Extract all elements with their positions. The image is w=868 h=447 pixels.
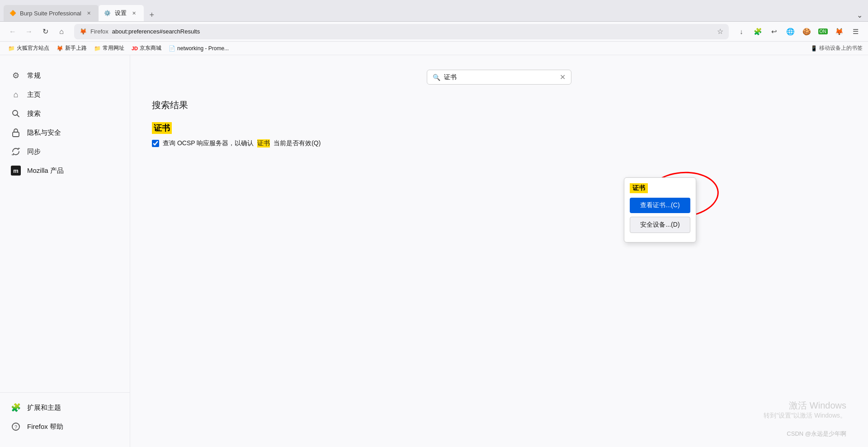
sync-icon <box>11 147 21 157</box>
bookmark-newbie-label: 新手上路 <box>65 44 87 52</box>
sidebar-item-privacy[interactable]: 隐私与安全 <box>0 123 130 142</box>
bookmarks-bar: 📁 火狐官方站点 🦊 新手上路 📁 常用网址 JD 京东商城 📄 network… <box>0 42 868 55</box>
bookmark-folder2-icon: 📁 <box>94 45 101 52</box>
menu-button[interactable]: ☰ <box>848 24 863 39</box>
cert-section: 证书 查询 OCSP 响应服务器，以确认 证书 当前是否有效(Q) <box>152 122 846 147</box>
tab-burp-close[interactable]: ✕ <box>85 9 93 17</box>
globe-button[interactable]: 🌐 <box>783 24 797 39</box>
sidebar-home-label: 主页 <box>27 90 41 99</box>
sidebar: ⚙ 常规 ⌂ 主页 搜索 <box>0 55 130 447</box>
address-bar[interactable]: 🦊 Firefox about:preferences#searchResult… <box>74 24 729 39</box>
bookmark-jd-label: 京东商城 <box>140 44 161 52</box>
view-cert-button[interactable]: 查看证书...(C) <box>630 198 690 213</box>
svg-rect-2 <box>13 132 19 137</box>
windows-watermark-line1: 激活 Windows <box>764 399 846 412</box>
bookmark-common-sites-label: 常用网址 <box>103 44 124 52</box>
extensions-icon: 🧩 <box>11 403 21 413</box>
new-tab-button[interactable]: + <box>146 9 158 21</box>
sidebar-bottom: 🧩 扩展和主题 ? Firefox 帮助 <box>0 392 130 436</box>
windows-watermark: 激活 Windows 转到"设置"以激活 Windows。 <box>764 399 846 420</box>
sidebar-privacy-label: 隐私与安全 <box>27 128 61 137</box>
sidebar-item-sync[interactable]: 同步 <box>0 142 130 161</box>
sidebar-search-label: 搜索 <box>27 109 41 118</box>
fox-button[interactable]: 🦊 <box>832 24 846 39</box>
tab-settings-close[interactable]: ✕ <box>130 9 138 17</box>
bookmark-networking-icon: 📄 <box>169 45 175 52</box>
home-icon: ⌂ <box>11 90 21 100</box>
sidebar-general-label: 常规 <box>27 71 41 80</box>
back2-button[interactable]: ↩ <box>767 24 781 39</box>
sidebar-sync-label: 同步 <box>27 147 41 156</box>
bookmark-firefox-official-label: 火狐官方站点 <box>17 44 49 52</box>
ocsp-highlight: 证书 <box>257 139 270 147</box>
download-button[interactable]: ↓ <box>734 24 749 39</box>
bookmark-firefox-official[interactable]: 📁 火狐官方站点 <box>5 43 52 53</box>
ocsp-checkbox[interactable] <box>152 140 159 147</box>
svg-line-1 <box>17 115 19 117</box>
bookmark-common-sites[interactable]: 📁 常用网址 <box>91 43 127 53</box>
ocsp-label-after: 当前是否有效(Q) <box>274 139 321 147</box>
bookmark-star-icon[interactable]: ☆ <box>717 27 723 36</box>
bookmark-networking-label: networking - Prome... <box>177 45 229 52</box>
sidebar-extensions-label: 扩展和主题 <box>27 404 61 412</box>
sidebar-mozilla-label: Mozilla 产品 <box>27 166 64 175</box>
bookmark-fox-icon: 🦊 <box>57 45 63 52</box>
tab-list-button[interactable]: ⌄ <box>855 9 864 21</box>
sidebar-item-home[interactable]: ⌂ 主页 <box>0 85 130 104</box>
search-area: 🔍 ✕ <box>152 70 846 85</box>
extension-button[interactable]: 🧩 <box>750 24 765 39</box>
sidebar-item-help[interactable]: ? Firefox 帮助 <box>0 417 130 436</box>
cert-panel-title: 证书 <box>630 183 648 193</box>
general-icon: ⚙ <box>11 71 21 81</box>
forward-button[interactable]: → <box>22 24 36 39</box>
home-button[interactable]: ⌂ <box>54 24 69 39</box>
sidebar-item-general[interactable]: ⚙ 常规 <box>0 66 130 85</box>
content-area: 🔍 ✕ 搜索结果 证书 查询 OCSP 响应服务器，以确认 证书 当前是否有效(… <box>130 55 868 447</box>
tab-settings[interactable]: ⚙️ 设置 ✕ <box>99 5 144 21</box>
tab-settings-label: 设置 <box>115 9 127 17</box>
ocsp-label-before: 查询 OCSP 响应服务器，以确认 <box>163 139 254 147</box>
search-box[interactable]: 🔍 ✕ <box>427 70 571 85</box>
cookie-button[interactable]: 🍪 <box>799 24 814 39</box>
bookmark-newbie[interactable]: 🦊 新手上路 <box>54 43 90 53</box>
sidebar-help-label: Firefox 帮助 <box>27 423 63 431</box>
search-results-title: 搜索结果 <box>152 99 846 111</box>
address-bar-firefox-icon: 🦊 <box>80 28 87 35</box>
mobile-bookmarks-icon: 📱 <box>811 45 817 52</box>
search-input[interactable] <box>444 74 556 81</box>
refresh-button[interactable]: ↻ <box>38 24 52 39</box>
address-bar-url: about:preferences#searchResults <box>112 28 713 35</box>
bookmark-jd[interactable]: JD 京东商城 <box>129 43 164 53</box>
windows-watermark-line2: 转到"设置"以激活 Windows。 <box>764 412 846 420</box>
toolbar: ← → ↻ ⌂ 🦊 Firefox about:preferences#sear… <box>0 22 868 42</box>
main-area: ⚙ 常规 ⌂ 主页 搜索 <box>0 55 868 447</box>
on-badge: ON <box>818 29 828 34</box>
cert-panel: 证书 查看证书...(C) 安全设备...(D) <box>624 177 696 243</box>
settings-favicon: ⚙️ <box>104 10 111 17</box>
security-devices-button[interactable]: 安全设备...(D) <box>630 217 690 233</box>
csdn-watermark: CSDN @永远是少年啊 <box>787 430 846 438</box>
sidebar-divider <box>0 180 130 392</box>
search-clear-button[interactable]: ✕ <box>560 73 566 81</box>
mozilla-icon: m <box>11 166 21 176</box>
svg-text:?: ? <box>14 424 17 430</box>
bookmark-jd-icon: JD <box>132 46 138 51</box>
mobile-bookmarks-label: 移动设备上的书签 <box>819 44 863 52</box>
search-icon: 🔍 <box>433 74 440 81</box>
ocsp-row: 查询 OCSP 响应服务器，以确认 证书 当前是否有效(Q) <box>152 139 846 147</box>
sidebar-item-mozilla[interactable]: m Mozilla 产品 <box>0 161 130 180</box>
help-icon: ? <box>11 422 21 432</box>
search-nav-icon <box>11 109 21 119</box>
sidebar-item-extensions[interactable]: 🧩 扩展和主题 <box>0 398 130 417</box>
sidebar-item-search[interactable]: 搜索 <box>0 104 130 123</box>
tab-bar: 🔶 Burp Suite Professional ✕ ⚙️ 设置 ✕ + ⌄ <box>0 0 868 22</box>
browser-window: 🔶 Burp Suite Professional ✕ ⚙️ 设置 ✕ + ⌄ … <box>0 0 868 447</box>
firefox-label: Firefox <box>90 28 108 35</box>
back-button[interactable]: ← <box>5 24 20 39</box>
bookmark-networking[interactable]: 📄 networking - Prome... <box>166 44 231 52</box>
tab-burp[interactable]: 🔶 Burp Suite Professional ✕ <box>4 5 99 21</box>
toolbar-actions: ↓ 🧩 ↩ 🌐 🍪 ON 🦊 ☰ <box>734 24 863 39</box>
green-badge-button[interactable]: ON <box>816 24 830 39</box>
bookmark-folder-icon: 📁 <box>8 45 15 52</box>
burp-favicon: 🔶 <box>9 10 16 17</box>
